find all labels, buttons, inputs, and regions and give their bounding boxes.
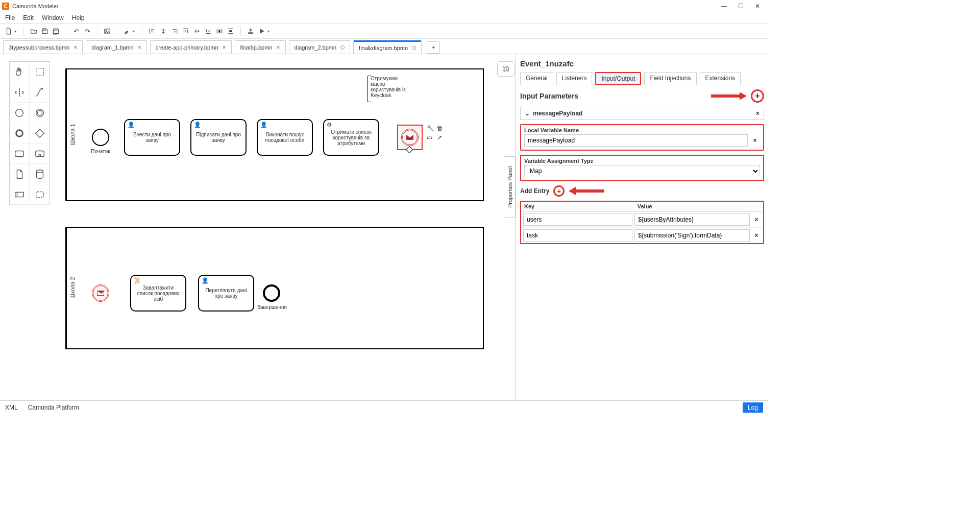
bpmn-pool[interactable]: Школа 1 Початок 👤Внести дані про заяву 👤… xyxy=(65,68,484,201)
open-icon[interactable] xyxy=(29,27,38,36)
entry-value-input[interactable] xyxy=(634,229,750,242)
file-tab[interactable]: finalbp.bpmn× xyxy=(235,40,286,54)
align-left-icon[interactable] xyxy=(148,27,157,36)
menu-window[interactable]: Window xyxy=(42,14,64,21)
props-tab-extensions[interactable]: Extensions xyxy=(700,72,741,85)
chevron-down-icon[interactable]: ▾ xyxy=(133,29,135,34)
deploy-icon[interactable] xyxy=(246,27,255,36)
lasso-tool-icon[interactable] xyxy=(30,62,50,82)
start-event-icon[interactable] xyxy=(10,103,30,123)
clear-input-button[interactable]: × xyxy=(750,137,760,144)
space-tool-icon[interactable] xyxy=(10,82,30,103)
close-icon[interactable]: × xyxy=(138,44,141,51)
bpmn-start-event[interactable] xyxy=(92,129,109,146)
input-parameters-header: Input Parameters + xyxy=(520,89,764,103)
status-platform[interactable]: Camunda Platform xyxy=(28,404,79,411)
chevron-down-icon[interactable]: ▾ xyxy=(14,29,16,34)
remove-parameter-button[interactable]: × xyxy=(756,110,760,117)
minimap-toggle[interactable] xyxy=(497,61,514,77)
props-tab-general[interactable]: General xyxy=(520,72,553,85)
log-button[interactable]: Log xyxy=(743,402,763,413)
close-icon[interactable]: × xyxy=(277,44,280,51)
close-button[interactable]: ✕ xyxy=(755,3,760,10)
data-object-icon[interactable] xyxy=(10,164,30,184)
gateway-icon[interactable] xyxy=(30,123,50,144)
distribute-v-icon[interactable] xyxy=(226,27,235,36)
entry-value-input[interactable] xyxy=(634,213,750,226)
file-tab[interactable]: create-app-primary.bpmn× xyxy=(150,40,232,54)
hand-tool-icon[interactable] xyxy=(10,62,30,82)
local-variable-name-group: Local Variable Name × xyxy=(520,124,764,151)
subprocess-icon[interactable] xyxy=(30,144,50,164)
canvas[interactable]: Школа 1 Початок 👤Внести дані про заяву 👤… xyxy=(0,54,516,400)
file-tab-active[interactable]: finalkdiagram.bpmn xyxy=(353,40,422,54)
entry-key-input[interactable] xyxy=(523,213,632,226)
intermediate-event-icon[interactable] xyxy=(30,103,50,123)
chevron-down-icon[interactable]: ▾ xyxy=(267,29,270,34)
properties-panel: Event_1nuzafc General Listeners Input/Ou… xyxy=(516,54,768,400)
bpmn-message-start-event[interactable] xyxy=(92,284,109,302)
end-event-icon[interactable] xyxy=(10,123,30,144)
maximize-button[interactable]: ☐ xyxy=(738,3,744,10)
bpmn-user-task[interactable]: 👤Виконати пошук посадової особи xyxy=(257,119,313,156)
file-tab[interactable]: diagram_2.bpmn xyxy=(289,40,351,54)
props-tab-field-injections[interactable]: Field Injections xyxy=(644,72,696,85)
distribute-h-icon[interactable] xyxy=(215,27,224,36)
local-variable-name-input[interactable] xyxy=(524,134,748,147)
remove-entry-button[interactable]: × xyxy=(752,216,761,223)
status-xml[interactable]: XML xyxy=(5,404,18,411)
new-file-icon[interactable] xyxy=(4,27,13,36)
remove-entry-button[interactable]: × xyxy=(752,232,761,239)
variable-assignment-type-select[interactable]: Map xyxy=(524,165,760,177)
undo-icon[interactable]: ↶ xyxy=(71,27,81,36)
wrench-icon[interactable]: 🔧 xyxy=(427,125,435,132)
file-tab[interactable]: 3typessubprocess.bpmn× xyxy=(3,40,83,54)
color-icon[interactable] xyxy=(122,27,132,36)
run-icon[interactable] xyxy=(257,27,266,36)
close-icon[interactable]: × xyxy=(223,44,226,51)
bpmn-user-task[interactable]: 👤Підписати дані про заяву xyxy=(190,119,247,156)
bpmn-text-annotation[interactable]: Отримуємо масив користувачів із Keycloak xyxy=(368,76,413,102)
new-tab-button[interactable]: + xyxy=(427,41,440,54)
props-tab-input-output[interactable]: Input/Output xyxy=(595,72,641,85)
task-icon[interactable] xyxy=(10,144,30,164)
close-icon[interactable]: × xyxy=(74,44,77,51)
redo-icon[interactable]: ↷ xyxy=(83,27,92,36)
align-center-icon[interactable] xyxy=(159,27,168,36)
table-row: × xyxy=(521,227,763,243)
connect-icon[interactable]: ↗ xyxy=(437,134,445,141)
properties-panel-toggle[interactable]: Properties Panel xyxy=(504,156,516,218)
align-right-icon[interactable] xyxy=(170,27,179,36)
align-middle-icon[interactable] xyxy=(192,27,202,36)
add-parameter-button[interactable]: + xyxy=(751,89,764,103)
bpmn-pool[interactable]: Школа 2 📜Завантажити список посадових ос… xyxy=(65,227,484,349)
connect-tool-icon[interactable] xyxy=(30,82,50,103)
menu-edit[interactable]: Edit xyxy=(23,14,34,21)
trash-icon[interactable]: 🗑 xyxy=(437,125,445,132)
bpmn-script-task[interactable]: 📜Завантажити список посадових осіб xyxy=(130,275,186,312)
props-tab-listeners[interactable]: Listeners xyxy=(556,72,593,85)
save-icon[interactable] xyxy=(40,27,50,36)
bpmn-service-task[interactable]: ⚙Отримати список користувачів за атрибут… xyxy=(323,119,379,156)
data-store-icon[interactable] xyxy=(30,164,50,184)
bpmn-user-task[interactable]: 👤Внести дані про заяву xyxy=(124,119,180,156)
pool-icon[interactable] xyxy=(10,184,30,205)
minimize-button[interactable]: — xyxy=(721,3,727,10)
bpmn-user-task[interactable]: 👤Переглянути дані про заяву xyxy=(198,275,254,312)
save-all-icon[interactable] xyxy=(52,27,61,36)
annotation-icon[interactable]: ▭ xyxy=(427,134,435,141)
add-entry-button[interactable]: + xyxy=(553,185,565,197)
svg-rect-0 xyxy=(43,29,46,30)
align-top-icon[interactable] xyxy=(181,27,190,36)
end-event-label: Завершення xyxy=(254,304,290,310)
group-icon[interactable] xyxy=(30,184,50,205)
menu-file[interactable]: File xyxy=(5,14,15,21)
menu-help[interactable]: Help xyxy=(72,14,85,21)
entry-key-input[interactable] xyxy=(523,229,632,242)
context-pad: 🔧 🗑 ▭ ↗ xyxy=(427,125,445,141)
file-tab[interactable]: diagram_1.bpmn× xyxy=(86,40,147,54)
parameter-collapsible-header[interactable]: ⌄ messagePayload × xyxy=(520,107,764,120)
image-icon[interactable] xyxy=(103,27,112,36)
bpmn-end-event[interactable] xyxy=(263,284,280,302)
align-bottom-icon[interactable] xyxy=(204,27,213,36)
